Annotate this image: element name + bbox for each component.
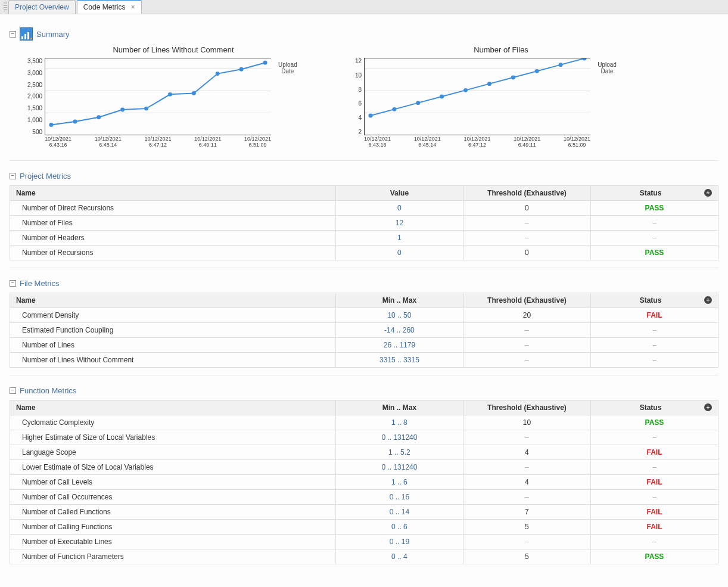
table-row[interactable]: Cyclomatic Complexity1 .. 810PASS bbox=[10, 415, 718, 430]
metric-status: – bbox=[590, 534, 718, 549]
metric-name: Language Scope bbox=[10, 445, 336, 459]
col-minmax[interactable]: Min .. Max bbox=[335, 293, 463, 308]
section-title: Summary bbox=[36, 30, 70, 39]
table-row[interactable]: Comment Density10 .. 5020FAIL bbox=[10, 308, 718, 322]
metric-name: Number of Direct Recursions bbox=[10, 200, 336, 215]
svg-rect-1 bbox=[24, 34, 26, 39]
metric-value[interactable]: 10 .. 50 bbox=[335, 308, 463, 322]
table-row[interactable]: Number of Lines Without Comment3315 .. 3… bbox=[10, 352, 718, 367]
add-column-icon[interactable]: + bbox=[704, 403, 712, 411]
metric-value[interactable]: 0 .. 19 bbox=[335, 534, 463, 549]
svg-point-11 bbox=[216, 72, 220, 76]
metric-value[interactable]: 0 bbox=[335, 200, 463, 215]
metric-name: Number of Function Parameters bbox=[10, 549, 336, 564]
close-icon[interactable]: × bbox=[131, 3, 135, 11]
metric-value[interactable]: 0 bbox=[335, 245, 463, 260]
metric-value[interactable]: 0 .. 4 bbox=[335, 549, 463, 564]
metric-value[interactable]: 0 .. 14 bbox=[335, 504, 463, 519]
metric-value[interactable]: 1 .. 8 bbox=[335, 415, 463, 430]
summary-charts: Number of Lines Without Comment3,5003,00… bbox=[27, 45, 718, 148]
add-column-icon[interactable]: + bbox=[704, 296, 712, 304]
metric-value[interactable]: 0 .. 6 bbox=[335, 519, 463, 534]
col-name[interactable]: Name bbox=[10, 185, 336, 200]
metric-threshold: 0 bbox=[463, 245, 590, 260]
metric-threshold: – bbox=[463, 337, 590, 352]
metric-value[interactable]: 1 .. 6 bbox=[335, 474, 463, 489]
metric-threshold: – bbox=[463, 215, 590, 230]
metric-name: Estimated Function Coupling bbox=[10, 322, 336, 337]
svg-point-7 bbox=[120, 107, 125, 111]
divider bbox=[10, 375, 718, 375]
metric-value[interactable]: 0 .. 131240 bbox=[335, 430, 463, 445]
table-row[interactable]: Number of Direct Recursions00PASS bbox=[10, 200, 718, 215]
drag-handle-icon[interactable] bbox=[4, 2, 7, 13]
table-row[interactable]: Higher Estimate of Size of Local Variabl… bbox=[10, 430, 718, 445]
table-row[interactable]: Number of Called Functions0 .. 147FAIL bbox=[10, 504, 718, 519]
col-status[interactable]: Status + bbox=[590, 400, 718, 415]
metric-status: – bbox=[590, 489, 718, 504]
chart-lines-without-comment: Number of Lines Without Comment3,5003,00… bbox=[27, 45, 319, 148]
col-minmax[interactable]: Min .. Max bbox=[335, 400, 463, 415]
metric-value[interactable]: 1 .. 5.2 bbox=[335, 445, 463, 459]
metric-status: – bbox=[590, 430, 718, 445]
tab-code-metrics[interactable]: Code Metrics × bbox=[77, 0, 142, 14]
file-metrics-table: Name Min .. Max Threshold (Exhaustive) S… bbox=[10, 293, 718, 368]
table-row[interactable]: Number of Function Parameters0 .. 45PASS bbox=[10, 549, 718, 564]
col-threshold[interactable]: Threshold (Exhaustive) bbox=[463, 185, 590, 200]
metric-status: – bbox=[590, 215, 718, 230]
svg-point-15 bbox=[393, 107, 397, 111]
collapse-toggle-icon[interactable]: − bbox=[10, 31, 16, 38]
metric-name: Number of Recursions bbox=[10, 245, 336, 260]
y-axis: 12108642 bbox=[355, 58, 364, 135]
table-row[interactable]: Number of Call Occurrences0 .. 16–– bbox=[10, 489, 718, 504]
col-threshold[interactable]: Threshold (Exhaustive) bbox=[463, 293, 590, 308]
metric-name: Higher Estimate of Size of Local Variabl… bbox=[10, 430, 336, 445]
col-threshold[interactable]: Threshold (Exhaustive) bbox=[463, 400, 590, 415]
metric-value[interactable]: -14 .. 260 bbox=[335, 322, 463, 337]
tab-project-overview[interactable]: Project Overview bbox=[8, 0, 76, 14]
x-axis: 10/12/20216:43:1610/12/20216:45:1410/12/… bbox=[364, 136, 590, 148]
add-column-icon[interactable]: + bbox=[704, 189, 712, 197]
svg-point-14 bbox=[369, 114, 373, 118]
svg-point-4 bbox=[49, 123, 54, 127]
metric-threshold: – bbox=[463, 459, 590, 474]
x-axis-label: UploadDate bbox=[598, 61, 617, 135]
col-status[interactable]: Status + bbox=[590, 293, 718, 308]
metric-threshold: 4 bbox=[463, 445, 590, 459]
svg-point-18 bbox=[463, 88, 468, 92]
x-axis-label: UploadDate bbox=[278, 61, 297, 135]
col-value[interactable]: Value bbox=[335, 185, 463, 200]
table-row[interactable]: Number of Call Levels1 .. 64FAIL bbox=[10, 474, 718, 489]
function-metrics-table: Name Min .. Max Threshold (Exhaustive) S… bbox=[10, 400, 718, 564]
table-row[interactable]: Number of Calling Functions0 .. 65FAIL bbox=[10, 519, 718, 534]
metric-value[interactable]: 26 .. 1179 bbox=[335, 337, 463, 352]
table-row[interactable]: Number of Lines26 .. 1179–– bbox=[10, 337, 718, 352]
collapse-toggle-icon[interactable]: − bbox=[10, 387, 16, 394]
collapse-toggle-icon[interactable]: − bbox=[10, 173, 16, 179]
table-row[interactable]: Number of Files12–– bbox=[10, 215, 718, 230]
svg-point-5 bbox=[73, 120, 77, 124]
col-name[interactable]: Name bbox=[10, 400, 336, 415]
tabbar: Project Overview Code Metrics × bbox=[0, 0, 728, 14]
table-row[interactable]: Language Scope1 .. 5.24FAIL bbox=[10, 445, 718, 459]
table-row[interactable]: Estimated Function Coupling-14 .. 260–– bbox=[10, 322, 718, 337]
table-row[interactable]: Number of Headers1–– bbox=[10, 230, 718, 245]
metric-value[interactable]: 0 .. 16 bbox=[335, 489, 463, 504]
chart-title: Number of Files bbox=[355, 45, 647, 54]
col-name[interactable]: Name bbox=[10, 293, 336, 308]
metric-threshold: – bbox=[463, 352, 590, 367]
metric-status: – bbox=[590, 230, 718, 245]
metric-value[interactable]: 0 .. 131240 bbox=[335, 459, 463, 474]
chart-plot[interactable] bbox=[45, 58, 271, 135]
metric-threshold: 20 bbox=[463, 308, 590, 322]
table-row[interactable]: Number of Recursions00PASS bbox=[10, 245, 718, 260]
metric-value[interactable]: 1 bbox=[335, 230, 463, 245]
metric-value[interactable]: 12 bbox=[335, 215, 463, 230]
table-row[interactable]: Lower Estimate of Size of Local Variable… bbox=[10, 459, 718, 474]
metric-name: Lower Estimate of Size of Local Variable… bbox=[10, 459, 336, 474]
metric-value[interactable]: 3315 .. 3315 bbox=[335, 352, 463, 367]
table-row[interactable]: Number of Executable Lines0 .. 19–– bbox=[10, 534, 718, 549]
col-status[interactable]: Status + bbox=[590, 185, 718, 200]
chart-plot[interactable] bbox=[364, 58, 590, 135]
collapse-toggle-icon[interactable]: − bbox=[10, 280, 16, 287]
